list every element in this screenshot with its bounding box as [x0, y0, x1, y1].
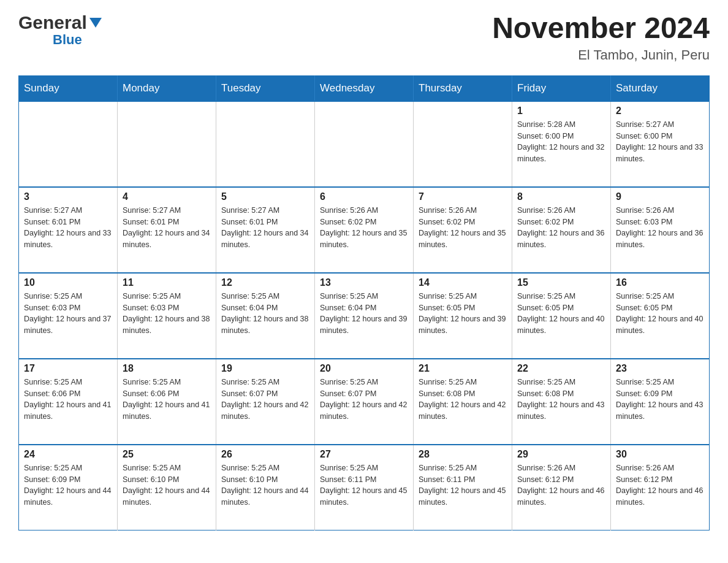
day-number: 23: [616, 363, 704, 374]
day-info: Sunrise: 5:25 AMSunset: 6:07 PMDaylight:…: [320, 377, 408, 423]
header-thursday: Thursday: [414, 75, 512, 101]
day-number: 26: [221, 449, 309, 460]
header-saturday: Saturday: [611, 75, 710, 101]
day-number: 2: [616, 105, 704, 117]
day-info: Sunrise: 5:25 AMSunset: 6:09 PMDaylight:…: [24, 462, 112, 508]
day-info: Sunrise: 5:26 AMSunset: 6:02 PMDaylight:…: [517, 205, 605, 251]
table-row: 28Sunrise: 5:25 AMSunset: 6:11 PMDayligh…: [414, 445, 512, 530]
day-number: 11: [123, 277, 211, 288]
table-row: 21Sunrise: 5:25 AMSunset: 6:08 PMDayligh…: [414, 359, 512, 445]
day-number: 24: [24, 449, 112, 460]
table-row: 11Sunrise: 5:25 AMSunset: 6:03 PMDayligh…: [118, 273, 216, 359]
header-friday: Friday: [512, 75, 611, 101]
day-number: 5: [221, 191, 309, 202]
day-number: 14: [419, 277, 507, 288]
day-info: Sunrise: 5:27 AMSunset: 6:01 PMDaylight:…: [221, 205, 309, 251]
calendar-subtitle: El Tambo, Junin, Peru: [492, 47, 710, 63]
day-number: 20: [320, 363, 408, 374]
logo: General Blue: [18, 12, 102, 47]
table-row: 15Sunrise: 5:25 AMSunset: 6:05 PMDayligh…: [512, 273, 611, 359]
day-number: 16: [616, 277, 704, 288]
table-row: 10Sunrise: 5:25 AMSunset: 6:03 PMDayligh…: [19, 273, 118, 359]
day-info: Sunrise: 5:26 AMSunset: 6:12 PMDaylight:…: [517, 462, 605, 508]
table-row: 6Sunrise: 5:26 AMSunset: 6:02 PMDaylight…: [315, 187, 414, 273]
day-info: Sunrise: 5:25 AMSunset: 6:04 PMDaylight:…: [320, 291, 408, 337]
table-row: 5Sunrise: 5:27 AMSunset: 6:01 PMDaylight…: [216, 187, 315, 273]
table-row: [414, 101, 512, 187]
table-row: 12Sunrise: 5:25 AMSunset: 6:04 PMDayligh…: [216, 273, 315, 359]
calendar-week-2: 3Sunrise: 5:27 AMSunset: 6:01 PMDaylight…: [19, 187, 710, 273]
table-row: 1Sunrise: 5:28 AMSunset: 6:00 PMDaylight…: [512, 101, 611, 187]
table-row: 16Sunrise: 5:25 AMSunset: 6:05 PMDayligh…: [611, 273, 710, 359]
day-info: Sunrise: 5:25 AMSunset: 6:10 PMDaylight:…: [221, 462, 309, 508]
calendar-week-3: 10Sunrise: 5:25 AMSunset: 6:03 PMDayligh…: [19, 273, 710, 359]
day-number: 15: [517, 277, 605, 288]
day-number: 13: [320, 277, 408, 288]
day-info: Sunrise: 5:25 AMSunset: 6:08 PMDaylight:…: [419, 377, 507, 423]
table-row: 24Sunrise: 5:25 AMSunset: 6:09 PMDayligh…: [19, 445, 118, 530]
day-number: 3: [24, 191, 112, 202]
table-row: 13Sunrise: 5:25 AMSunset: 6:04 PMDayligh…: [315, 273, 414, 359]
day-info: Sunrise: 5:26 AMSunset: 6:03 PMDaylight:…: [616, 205, 704, 251]
table-row: 7Sunrise: 5:26 AMSunset: 6:02 PMDaylight…: [414, 187, 512, 273]
day-info: Sunrise: 5:25 AMSunset: 6:07 PMDaylight:…: [221, 377, 309, 423]
table-row: 18Sunrise: 5:25 AMSunset: 6:06 PMDayligh…: [118, 359, 216, 445]
day-info: Sunrise: 5:27 AMSunset: 6:00 PMDaylight:…: [616, 119, 704, 165]
day-number: 7: [419, 191, 507, 202]
day-info: Sunrise: 5:25 AMSunset: 6:11 PMDaylight:…: [419, 462, 507, 508]
day-number: 17: [24, 363, 112, 374]
day-info: Sunrise: 5:25 AMSunset: 6:05 PMDaylight:…: [517, 291, 605, 337]
day-info: Sunrise: 5:25 AMSunset: 6:10 PMDaylight:…: [123, 462, 211, 508]
day-number: 4: [123, 191, 211, 202]
day-number: 18: [123, 363, 211, 374]
logo-triangle-icon: [89, 18, 102, 30]
day-info: Sunrise: 5:25 AMSunset: 6:11 PMDaylight:…: [320, 462, 408, 508]
day-number: 12: [221, 277, 309, 288]
day-info: Sunrise: 5:26 AMSunset: 6:02 PMDaylight:…: [419, 205, 507, 251]
day-info: Sunrise: 5:25 AMSunset: 6:05 PMDaylight:…: [616, 291, 704, 337]
table-row: 22Sunrise: 5:25 AMSunset: 6:08 PMDayligh…: [512, 359, 611, 445]
calendar-table: Sunday Monday Tuesday Wednesday Thursday…: [18, 75, 710, 531]
svg-marker-0: [89, 18, 102, 28]
day-number: 30: [616, 449, 704, 460]
table-row: 30Sunrise: 5:26 AMSunset: 6:12 PMDayligh…: [611, 445, 710, 530]
table-row: 8Sunrise: 5:26 AMSunset: 6:02 PMDaylight…: [512, 187, 611, 273]
table-row: [216, 101, 315, 187]
table-row: 2Sunrise: 5:27 AMSunset: 6:00 PMDaylight…: [611, 101, 710, 187]
day-info: Sunrise: 5:25 AMSunset: 6:03 PMDaylight:…: [123, 291, 211, 337]
calendar-title: November 2024: [492, 12, 710, 45]
table-row: 23Sunrise: 5:25 AMSunset: 6:09 PMDayligh…: [611, 359, 710, 445]
day-number: 25: [123, 449, 211, 460]
day-number: 1: [517, 105, 605, 117]
header-tuesday: Tuesday: [216, 75, 315, 101]
day-number: 6: [320, 191, 408, 202]
table-row: 4Sunrise: 5:27 AMSunset: 6:01 PMDaylight…: [118, 187, 216, 273]
table-row: 27Sunrise: 5:25 AMSunset: 6:11 PMDayligh…: [315, 445, 414, 530]
day-info: Sunrise: 5:26 AMSunset: 6:02 PMDaylight:…: [320, 205, 408, 251]
calendar-week-5: 24Sunrise: 5:25 AMSunset: 6:09 PMDayligh…: [19, 445, 710, 530]
table-row: 17Sunrise: 5:25 AMSunset: 6:06 PMDayligh…: [19, 359, 118, 445]
day-number: 28: [419, 449, 507, 460]
table-row: 14Sunrise: 5:25 AMSunset: 6:05 PMDayligh…: [414, 273, 512, 359]
calendar-week-4: 17Sunrise: 5:25 AMSunset: 6:06 PMDayligh…: [19, 359, 710, 445]
table-row: 3Sunrise: 5:27 AMSunset: 6:01 PMDaylight…: [19, 187, 118, 273]
day-number: 22: [517, 363, 605, 374]
day-info: Sunrise: 5:25 AMSunset: 6:04 PMDaylight:…: [221, 291, 309, 337]
table-row: 25Sunrise: 5:25 AMSunset: 6:10 PMDayligh…: [118, 445, 216, 530]
day-info: Sunrise: 5:25 AMSunset: 6:08 PMDaylight:…: [517, 377, 605, 423]
table-row: 19Sunrise: 5:25 AMSunset: 6:07 PMDayligh…: [216, 359, 315, 445]
day-info: Sunrise: 5:26 AMSunset: 6:12 PMDaylight:…: [616, 462, 704, 508]
table-row: 29Sunrise: 5:26 AMSunset: 6:12 PMDayligh…: [512, 445, 611, 530]
day-number: 8: [517, 191, 605, 202]
day-info: Sunrise: 5:27 AMSunset: 6:01 PMDaylight:…: [24, 205, 112, 251]
day-info: Sunrise: 5:25 AMSunset: 6:03 PMDaylight:…: [24, 291, 112, 337]
day-info: Sunrise: 5:28 AMSunset: 6:00 PMDaylight:…: [517, 119, 605, 165]
day-info: Sunrise: 5:25 AMSunset: 6:05 PMDaylight:…: [419, 291, 507, 337]
day-info: Sunrise: 5:25 AMSunset: 6:09 PMDaylight:…: [616, 377, 704, 423]
day-number: 29: [517, 449, 605, 460]
table-row: [315, 101, 414, 187]
header-monday: Monday: [118, 75, 216, 101]
table-row: [118, 101, 216, 187]
day-number: 19: [221, 363, 309, 374]
header-wednesday: Wednesday: [315, 75, 414, 101]
